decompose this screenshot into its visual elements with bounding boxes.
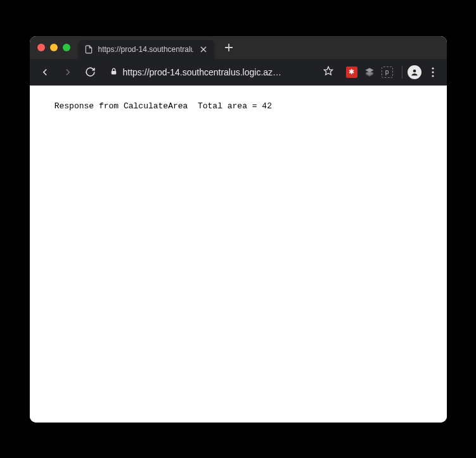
address-url: https://prod-14.southcentralus.logic.az… bbox=[123, 67, 282, 77]
svg-point-13 bbox=[432, 75, 434, 77]
extension-icons: p bbox=[346, 67, 393, 78]
svg-point-10 bbox=[413, 69, 416, 72]
window-minimize-button[interactable] bbox=[50, 44, 58, 51]
toolbar-separator bbox=[402, 66, 402, 79]
buffer-extension-icon[interactable] bbox=[364, 67, 375, 78]
svg-rect-4 bbox=[111, 70, 116, 73]
tab-title: https://prod-14.southcentralus bbox=[98, 45, 193, 54]
svg-point-11 bbox=[432, 67, 434, 69]
profile-avatar-button[interactable] bbox=[408, 65, 421, 79]
lastpass-extension-icon[interactable] bbox=[346, 67, 357, 78]
page-icon bbox=[84, 45, 93, 54]
response-text: Response from CalculateArea Total area =… bbox=[55, 101, 272, 111]
secure-lock-icon bbox=[110, 67, 118, 77]
window-close-button[interactable] bbox=[37, 44, 45, 51]
browser-window: https://prod-14.southcentralus bbox=[30, 36, 447, 423]
page-content: Response from CalculateArea Total area =… bbox=[30, 86, 447, 423]
reload-button[interactable] bbox=[80, 62, 101, 82]
svg-point-12 bbox=[432, 71, 434, 73]
tab-close-button[interactable] bbox=[198, 44, 209, 54]
forward-button[interactable] bbox=[58, 62, 78, 82]
menu-button[interactable] bbox=[424, 63, 442, 81]
traffic-lights bbox=[37, 44, 70, 51]
bookmark-star-icon[interactable] bbox=[323, 66, 333, 78]
titlebar: https://prod-14.southcentralus bbox=[30, 36, 447, 59]
browser-tab[interactable]: https://prod-14.southcentralus bbox=[78, 40, 215, 59]
pocket-extension-icon[interactable]: p bbox=[382, 67, 393, 78]
address-bar[interactable]: https://prod-14.southcentralus.logic.az… bbox=[103, 63, 340, 82]
svg-marker-5 bbox=[324, 67, 332, 75]
new-tab-button[interactable] bbox=[221, 40, 236, 55]
back-button[interactable] bbox=[35, 62, 55, 82]
toolbar: https://prod-14.southcentralus.logic.az…… bbox=[30, 59, 447, 86]
window-maximize-button[interactable] bbox=[63, 44, 70, 51]
